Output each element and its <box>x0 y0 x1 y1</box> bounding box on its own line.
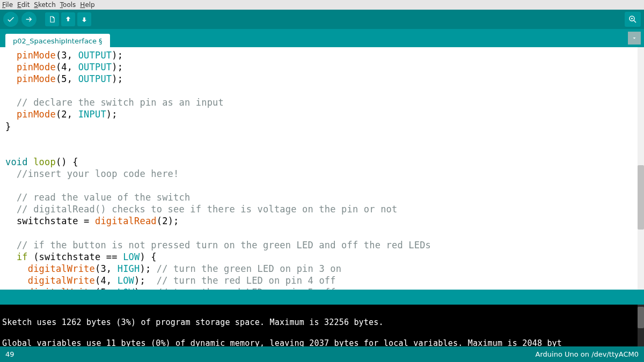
output-console[interactable]: Sketch uses 1262 bytes (3%) of program s… <box>0 305 644 346</box>
menu-file[interactable]: File <box>2 1 13 9</box>
status-line-number: 49 <box>5 350 14 358</box>
upload-button[interactable] <box>21 12 36 27</box>
status-bar: 49 Arduino Uno on /dev/ttyACM0 <box>0 346 644 362</box>
menu-edit[interactable]: Edit <box>17 1 30 9</box>
scrollbar-thumb[interactable] <box>638 165 644 230</box>
open-sketch-button[interactable] <box>61 12 75 26</box>
verify-button[interactable] <box>3 12 18 27</box>
check-icon <box>6 15 15 24</box>
console-line-2: Global variables use 11 bytes (0%) of dy… <box>2 338 562 347</box>
console-scrollbar-thumb[interactable] <box>638 307 644 328</box>
new-sketch-button[interactable] <box>45 12 59 26</box>
code-text[interactable]: pinMode(3, OUTPUT); pinMode(4, OUTPUT); … <box>0 47 644 290</box>
arrow-up-icon <box>64 15 72 24</box>
message-bar <box>0 290 644 305</box>
menu-tools[interactable]: Tools <box>60 1 76 9</box>
menu-sketch[interactable]: Sketch <box>34 1 55 9</box>
tab-sketch[interactable]: p02_SpaceshipInterface § <box>5 34 110 47</box>
menu-bar: File Edit Sketch Tools Help <box>0 0 644 10</box>
chevron-down-icon <box>631 35 638 41</box>
tab-bar: p02_SpaceshipInterface § <box>0 29 644 47</box>
code-editor[interactable]: pinMode(3, OUTPUT); pinMode(4, OUTPUT); … <box>0 47 644 290</box>
arrow-right-icon <box>25 15 33 24</box>
console-line-1: Sketch uses 1262 bytes (3%) of program s… <box>2 317 384 327</box>
toolbar <box>0 10 644 29</box>
file-icon <box>48 15 56 24</box>
status-board-port: Arduino Uno on /dev/ttyACM0 <box>536 350 639 358</box>
save-sketch-button[interactable] <box>77 12 91 26</box>
menu-help[interactable]: Help <box>80 1 94 9</box>
magnifier-icon <box>628 14 638 24</box>
svg-point-1 <box>631 18 633 19</box>
editor-scrollbar[interactable] <box>638 47 644 290</box>
serial-monitor-button[interactable] <box>625 12 641 27</box>
tab-menu-button[interactable] <box>628 32 641 45</box>
arrow-down-icon <box>80 15 88 24</box>
console-scrollbar[interactable] <box>638 305 644 346</box>
